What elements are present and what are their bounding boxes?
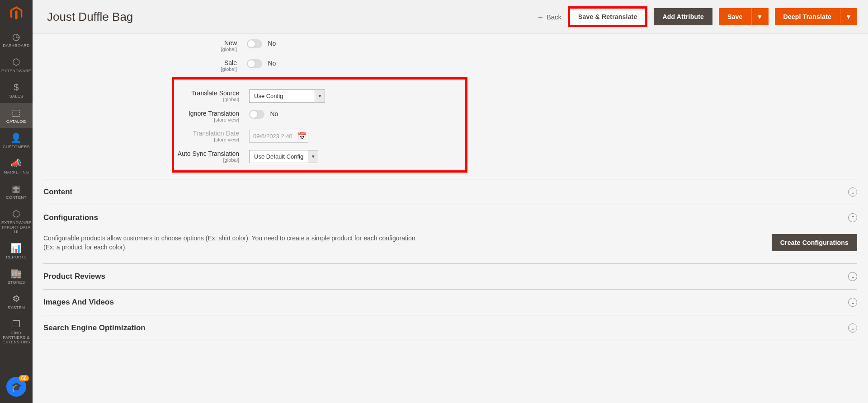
ignore-translation-toggle[interactable]: [249, 110, 264, 119]
nav-reports[interactable]: 📊REPORTS: [0, 239, 33, 264]
megaphone-icon: 📣: [10, 158, 22, 168]
section-content[interactable]: Content ⌄: [43, 179, 857, 205]
arrow-left-icon: ←: [537, 13, 544, 21]
deepl-dropdown[interactable]: ▼: [840, 8, 857, 25]
page-title: Joust Duffle Bag: [47, 10, 133, 24]
magento-logo-icon: [9, 6, 24, 21]
chart-icon: 📊: [10, 243, 22, 253]
new-toggle[interactable]: [247, 39, 262, 48]
field-auto-sync: Auto Sync Translation[global] Use Defaul…: [174, 146, 465, 167]
save-button-group: Save ▼: [719, 8, 769, 25]
sale-value: No: [268, 60, 276, 67]
store-icon: 🏬: [10, 268, 22, 278]
calendar-icon: 📅: [296, 130, 308, 142]
gear-icon: ⚙: [12, 294, 20, 304]
field-new: New[global] No: [43, 36, 857, 56]
nav-customers[interactable]: 👤CUSTOMERS: [0, 128, 33, 154]
magento-logo[interactable]: [0, 0, 33, 27]
form-area: New[global] No Sale[global] No Translate…: [33, 34, 868, 359]
hexagon-icon: ⬡: [12, 57, 20, 67]
translation-fields-highlight: Translate Source[global] Use Config ▼ Ig…: [172, 77, 467, 173]
deepl-translate-button[interactable]: Deepl Translate: [775, 8, 840, 25]
auto-sync-select[interactable]: Use Default Config ▼: [249, 150, 318, 163]
nav-dashboard[interactable]: ◷DASHBOARD: [0, 27, 33, 52]
layout-icon: ▦: [12, 183, 20, 193]
deepl-button-group: Deepl Translate ▼: [775, 8, 858, 25]
nav-partners[interactable]: ❐FIND PARTNERS & EXTENSIONS: [0, 314, 33, 349]
nav-sales[interactable]: $SALES: [0, 78, 33, 103]
configurations-description: Configurable products allow customers to…: [43, 234, 423, 252]
chevron-down-icon: ⌄: [848, 298, 857, 307]
person-icon: 👤: [10, 133, 22, 143]
section-product-reviews[interactable]: Product Reviews ⌄: [43, 263, 857, 289]
nav-extendware[interactable]: ⬡EXTENDWARE: [0, 52, 33, 78]
section-configurations[interactable]: Configurations ⌃: [43, 205, 857, 230]
hexagon-icon: ⬡: [12, 209, 20, 219]
header-actions: ←Back Save & Retranslate Add Attribute S…: [537, 6, 857, 27]
nav-extendware-import[interactable]: ⬡EXTENDWARE IMPORT DATA UI: [0, 204, 33, 239]
gauge-icon: ◷: [12, 32, 20, 42]
section-images-videos[interactable]: Images And Videos ⌄: [43, 289, 857, 315]
save-button[interactable]: Save: [719, 8, 751, 25]
nav-stores[interactable]: 🏬STORES: [0, 264, 33, 289]
nav-catalog[interactable]: ⬚CATALOG: [0, 103, 33, 128]
save-retranslate-button[interactable]: Save & Retranslate: [568, 6, 647, 27]
section-seo[interactable]: Search Engine Optimization ⌄: [43, 315, 857, 341]
chevron-down-icon: ⌄: [848, 187, 857, 197]
nav-content[interactable]: ▦CONTENT: [0, 179, 33, 204]
new-value: No: [268, 40, 276, 47]
chevron-down-icon: ▼: [315, 90, 325, 102]
dollar-icon: $: [14, 82, 19, 92]
nav-marketing[interactable]: 📣MARKETING: [0, 154, 33, 179]
box-icon: ⬚: [12, 108, 20, 117]
chevron-down-icon: ⌄: [848, 323, 857, 333]
admin-sidebar: ◷DASHBOARD ⬡EXTENDWARE $SALES ⬚CATALOG 👤…: [0, 0, 33, 359]
cube-icon: ❐: [12, 319, 20, 329]
add-attribute-button[interactable]: Add Attribute: [654, 8, 712, 25]
field-ignore-translation: Ignore Translation[store view] No: [174, 106, 465, 126]
caret-down-icon: ▼: [756, 13, 763, 20]
field-sale: Sale[global] No: [43, 56, 857, 75]
field-translate-source: Translate Source[global] Use Config ▼: [174, 86, 465, 106]
field-translation-date: Translation Date[store view] 09/6/2023 2…: [174, 126, 465, 146]
translation-date-input[interactable]: 09/6/2023 2:40 📅: [249, 130, 308, 143]
configurations-body: Configurable products allow customers to…: [43, 230, 857, 263]
main-content: Joust Duffle Bag ←Back Save & Retranslat…: [33, 0, 868, 359]
chevron-up-icon: ⌃: [848, 213, 857, 222]
page-header: Joust Duffle Bag ←Back Save & Retranslat…: [33, 0, 868, 34]
translate-source-select[interactable]: Use Config ▼: [249, 89, 325, 103]
chevron-down-icon: ▼: [308, 150, 318, 163]
sale-toggle[interactable]: [247, 59, 262, 68]
caret-down-icon: ▼: [845, 13, 852, 20]
save-dropdown[interactable]: ▼: [751, 8, 769, 25]
create-configurations-button[interactable]: Create Configurations: [772, 234, 857, 251]
back-button[interactable]: ←Back: [537, 13, 561, 21]
nav-system[interactable]: ⚙SYSTEM: [0, 289, 33, 314]
chevron-down-icon: ⌄: [848, 272, 857, 281]
